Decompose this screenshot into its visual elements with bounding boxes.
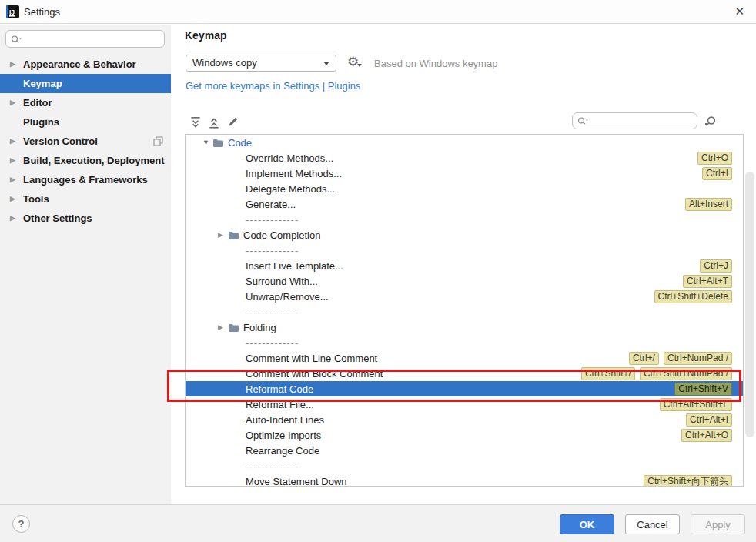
sidebar-item-languages-frameworks[interactable]: ▶Languages & Frameworks bbox=[0, 170, 171, 189]
chevron-right-icon: ▶ bbox=[10, 189, 15, 209]
expand-all-icon[interactable] bbox=[189, 115, 202, 129]
tree-row-surround-with[interactable]: Surround With...Ctrl+Alt+T bbox=[186, 273, 743, 289]
sidebar-item-build-execution-deployment[interactable]: ▶Build, Execution, Deployment bbox=[0, 151, 171, 170]
close-icon[interactable]: ✕ bbox=[731, 0, 748, 23]
shortcut-badge: Ctrl+J bbox=[700, 259, 732, 273]
sidebar-item-label: Editor bbox=[23, 97, 52, 109]
sidebar-item-plugins[interactable]: Plugins bbox=[0, 112, 171, 132]
sidebar-item-label: Plugins bbox=[23, 116, 59, 128]
tree-row-label: ------------- bbox=[246, 245, 299, 256]
tree-row-label: Comment with Line Comment bbox=[246, 353, 377, 364]
tree-row-code[interactable]: ▼Code bbox=[186, 135, 743, 150]
sidebar-item-label: Build, Execution, Deployment bbox=[23, 155, 164, 166]
tree-separator[interactable]: ------------- bbox=[186, 335, 743, 350]
keymap-select-value: Windows copy bbox=[192, 57, 257, 69]
sidebar-item-other-settings[interactable]: ▶Other Settings bbox=[0, 209, 171, 228]
footer: ? OK Cancel Apply bbox=[0, 505, 756, 542]
tree-row-auto-indent-lines[interactable]: Auto-Indent LinesCtrl+Alt+I bbox=[186, 412, 743, 427]
shortcut-badge: Ctrl+Alt+O bbox=[681, 429, 732, 442]
get-more-keymaps-link[interactable]: Get more keymaps in Settings | Plugins bbox=[186, 80, 360, 92]
tree-row-optimize-imports[interactable]: Optimize ImportsCtrl+Alt+O bbox=[186, 427, 743, 443]
shortcut-badge: Ctrl+Shift+V bbox=[674, 383, 732, 396]
shortcut-badge: Ctrl+Alt+T bbox=[683, 275, 732, 288]
sidebar-search-box[interactable] bbox=[5, 30, 165, 48]
chevron-right-icon: ▶ bbox=[10, 151, 15, 170]
tree-row-override-methods[interactable]: Override Methods...Ctrl+O bbox=[186, 150, 743, 166]
shortcut-badge: Ctrl+I bbox=[702, 167, 732, 180]
tree-row-label: ------------- bbox=[246, 337, 299, 349]
apply-button[interactable]: Apply bbox=[691, 514, 745, 534]
sidebar-item-version-control[interactable]: ▶Version Control bbox=[0, 132, 171, 151]
shared-settings-icon bbox=[153, 136, 163, 146]
sidebar-item-label: Version Control bbox=[23, 136, 98, 147]
shortcut-badge: Ctrl+NumPad / bbox=[664, 352, 732, 365]
tree-row-generate[interactable]: Generate...Alt+Insert bbox=[186, 196, 743, 212]
tree-row-reformat-file[interactable]: Reformat File...Ctrl+Alt+Shift+L bbox=[186, 396, 743, 412]
tree-row-label: Rearrange Code bbox=[246, 445, 319, 457]
tree-row-label: ------------- bbox=[246, 306, 299, 318]
chevron-right-icon[interactable]: ▶ bbox=[218, 231, 228, 239]
chevron-right-icon[interactable]: ▶ bbox=[218, 323, 228, 331]
tree-row-unwrap-remove[interactable]: Unwrap/Remove...Ctrl+Shift+Delete bbox=[186, 289, 743, 304]
search-icon bbox=[577, 116, 590, 125]
tree-row-rearrange-code[interactable]: Rearrange Code bbox=[186, 443, 743, 458]
gear-icon: ⚙ bbox=[347, 54, 359, 69]
tree-row-label: Folding bbox=[243, 322, 276, 333]
chevron-down-icon bbox=[357, 64, 362, 67]
edit-pencil-icon[interactable] bbox=[226, 115, 240, 129]
tree-row-delegate-methods[interactable]: Delegate Methods... bbox=[186, 181, 743, 196]
sidebar-item-label: Tools bbox=[23, 193, 49, 205]
sidebar-item-label: Appearance & Behavior bbox=[23, 59, 136, 70]
tree-row-label: Surround With... bbox=[246, 276, 318, 287]
settings-sidebar: ▶Appearance & BehaviorKeymap▶EditorPlugi… bbox=[0, 25, 171, 504]
tree-separator[interactable]: ------------- bbox=[186, 243, 743, 258]
tree-row-label: Implement Methods... bbox=[246, 168, 342, 179]
collapse-all-icon[interactable] bbox=[207, 115, 221, 129]
tree-row-insert-live-template[interactable]: Insert Live Template...Ctrl+J bbox=[186, 258, 743, 273]
svg-text:IJ: IJ bbox=[9, 8, 15, 16]
tree-row-label: Unwrap/Remove... bbox=[246, 291, 329, 303]
sidebar-item-appearance-behavior[interactable]: ▶Appearance & Behavior bbox=[0, 55, 171, 74]
chevron-right-icon: ▶ bbox=[10, 55, 15, 74]
tree-row-reformat-code[interactable]: Reformat CodeCtrl+Shift+V bbox=[186, 381, 743, 396]
ok-button[interactable]: OK bbox=[560, 514, 614, 534]
chevron-right-icon: ▶ bbox=[10, 132, 15, 151]
sidebar-search-input[interactable] bbox=[23, 33, 164, 45]
tree-separator[interactable]: ------------- bbox=[186, 304, 743, 320]
tree-separator[interactable]: ------------- bbox=[186, 458, 743, 473]
shortcut-badge: Ctrl+O bbox=[697, 152, 732, 165]
keymap-settings-gear-button[interactable]: ⚙ bbox=[347, 54, 364, 71]
page-title: Keymap bbox=[185, 29, 226, 42]
shortcut-badge: Ctrl+Alt+I bbox=[686, 413, 732, 427]
sidebar-item-label: Languages & Frameworks bbox=[23, 174, 148, 186]
tree-row-comment-with-block-comment[interactable]: Comment with Block CommentCtrl+Shift+/Ct… bbox=[186, 366, 743, 381]
chevron-right-icon: ▶ bbox=[10, 209, 15, 228]
tree-row-folding[interactable]: ▶Folding bbox=[186, 320, 743, 335]
action-search-input[interactable] bbox=[590, 115, 697, 127]
tree-row-label: Generate... bbox=[246, 199, 296, 210]
tree-row-move-statement-down[interactable]: Move Statement DownCtrl+Shift+向下箭头 bbox=[186, 473, 743, 487]
tree-row-comment-with-line-comment[interactable]: Comment with Line CommentCtrl+/Ctrl+NumP… bbox=[186, 350, 743, 366]
tree-row-label: Code Completion bbox=[243, 229, 320, 241]
sidebar-item-editor[interactable]: ▶Editor bbox=[0, 93, 171, 112]
sidebar-item-keymap[interactable]: Keymap bbox=[0, 74, 171, 93]
window-title: Settings bbox=[24, 0, 60, 24]
tree-separator[interactable]: ------------- bbox=[186, 212, 743, 227]
help-icon: ? bbox=[18, 518, 25, 530]
keymap-select[interactable]: Windows copy bbox=[186, 55, 336, 72]
folder-icon bbox=[228, 323, 239, 333]
tree-scrollbar-thumb[interactable] bbox=[745, 172, 754, 437]
action-search-box[interactable] bbox=[572, 112, 697, 129]
chevron-right-icon: ▶ bbox=[10, 170, 15, 189]
based-on-label: Based on Windows keymap bbox=[374, 58, 497, 69]
cancel-button[interactable]: Cancel bbox=[625, 514, 680, 534]
chevron-down-icon[interactable]: ▼ bbox=[202, 139, 212, 146]
tree-row-label: Override Methods... bbox=[246, 152, 333, 164]
sidebar-item-tools[interactable]: ▶Tools bbox=[0, 189, 171, 209]
tree-row-implement-methods[interactable]: Implement Methods...Ctrl+I bbox=[186, 166, 743, 181]
tree-row-code-completion[interactable]: ▶Code Completion bbox=[186, 227, 743, 243]
tree-row-label: ------------- bbox=[246, 214, 299, 226]
help-button[interactable]: ? bbox=[12, 515, 30, 533]
tree-row-label: Auto-Indent Lines bbox=[246, 414, 324, 426]
find-by-shortcut-icon[interactable] bbox=[703, 115, 718, 129]
